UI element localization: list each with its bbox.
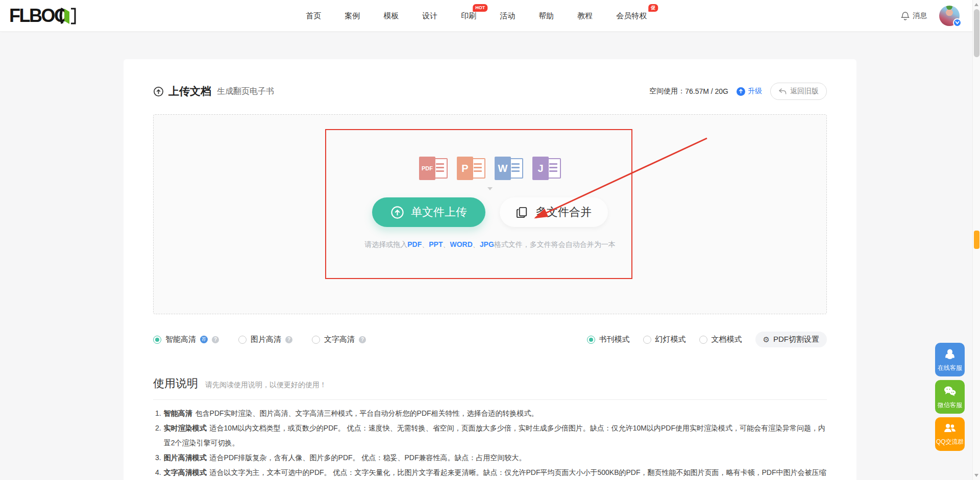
radio-circle[interactable] <box>643 336 651 344</box>
card-header: 上传文档 生成翻页电子书 空间使用：76.57M / 20G 升级 返回旧版 <box>153 59 827 100</box>
mode-radio-1[interactable]: 书刊模式 <box>587 335 630 344</box>
page-subtitle: 生成翻页电子书 <box>217 86 274 97</box>
space-usage-value: 76.57M / 20G <box>685 87 728 95</box>
pdf-split-settings-button[interactable]: ⚙PDF切割设置 <box>755 332 827 347</box>
instruction-number: 1. <box>155 406 161 421</box>
nav-item-8[interactable]: 教程 <box>577 11 593 21</box>
nav-item-7[interactable]: 帮助 <box>538 11 554 21</box>
quality-radio-2[interactable]: 图片高清? <box>238 335 292 344</box>
instruction-item-2: 2.实时渲染模式 适合10M以内文档类型，或页数少的PDF。 优点：速度快、无需… <box>153 421 827 450</box>
space-usage-label: 空间使用： <box>649 87 685 96</box>
space-usage: 空间使用：76.57M / 20G <box>649 87 728 96</box>
instruction-lead: 智能高清 <box>164 409 192 417</box>
question-icon[interactable]: ? <box>212 336 219 343</box>
radio-circle[interactable] <box>238 336 247 344</box>
instruction-text: 智能高清 包含PDF实时渲染、图片高清、文字高清三种模式，平台自动分析您的PDF… <box>164 406 538 421</box>
radio-label: 文档模式 <box>712 335 742 344</box>
radio-circle[interactable] <box>153 336 161 344</box>
wechat-icon <box>943 385 957 399</box>
nav-item-label: 首页 <box>306 11 321 20</box>
question-icon[interactable]: ? <box>359 336 366 343</box>
ppt-file-icon: P <box>457 157 485 180</box>
question-icon[interactable]: ? <box>285 336 292 343</box>
scrollbar-down-arrow-icon[interactable] <box>974 474 978 477</box>
instruction-text: 实时渲染模式 适合10M以内文档类型，或页数少的PDF。 优点：速度快、无需转换… <box>164 421 827 450</box>
multi-merge-button[interactable]: 多文件合并 <box>500 197 608 227</box>
radio-circle[interactable] <box>699 336 707 344</box>
nav-item-1[interactable]: 首页 <box>306 11 321 21</box>
hint-part: 、 <box>443 240 450 248</box>
instruction-item-1: 1.智能高清 包含PDF实时渲染、图片高清、文字高清三种模式，平台自动分析您的P… <box>153 406 827 421</box>
nav-item-label: 教程 <box>577 11 593 20</box>
nav-item-2[interactable]: 案例 <box>345 11 360 21</box>
nav-item-label: 活动 <box>500 11 515 20</box>
upgrade-link[interactable]: 升级 <box>737 87 762 96</box>
float-button-label: 在线客服 <box>938 364 962 372</box>
file-page-lines <box>511 163 520 165</box>
file-letter: W <box>495 157 511 180</box>
float-button-label: QQ交流群 <box>936 438 964 446</box>
radio-circle[interactable] <box>587 336 595 344</box>
instruction-lead: 图片高清模式 <box>164 453 207 462</box>
nav-item-4[interactable]: 设计 <box>422 11 437 21</box>
topbar-right: 消息 <box>901 0 960 32</box>
promo-badge: HOT <box>473 4 487 12</box>
nav-item-label: 模板 <box>383 11 399 20</box>
pdf-file-icon: PDF <box>419 157 448 180</box>
float-button-label: 微信客服 <box>938 401 962 410</box>
scrollbar-thumb[interactable] <box>974 9 979 57</box>
instruction-number: 4. <box>155 465 161 480</box>
instructions-section: 使用说明 请先阅读使用说明，以便更好的使用！ 1.智能高清 包含PDF实时渲染、… <box>153 376 827 480</box>
bell-icon <box>901 11 910 20</box>
mode-radio-2[interactable]: 幻灯模式 <box>643 335 686 344</box>
flbook-logo[interactable]: FLBOO <box>9 6 81 26</box>
nav-item-6[interactable]: 活动 <box>500 11 515 21</box>
instructions-subtitle: 请先阅读使用说明，以便更好的使用！ <box>205 381 327 390</box>
mode-radio-3[interactable]: 文档模式 <box>699 335 742 344</box>
float-button-2[interactable]: 微信客服 <box>935 380 965 414</box>
vip-badge-icon <box>953 18 962 27</box>
radio-label: 智能高清 <box>165 335 196 344</box>
quality-options: 智能高清荐?图片高清?文字高清? <box>153 335 366 344</box>
scrollbar-orange-marker <box>974 231 979 249</box>
instructions-title: 使用说明 <box>153 376 198 391</box>
promo-badge: 促 <box>648 4 658 12</box>
instruction-item-3: 3.图片高清模式 适合PDF排版复杂，含有人像、图片多的PDF。 优点：稳妥、P… <box>153 450 827 465</box>
options-row: 智能高清荐?图片高清?文字高清? 书刊模式幻灯模式文档模式⚙PDF切割设置 <box>153 332 827 347</box>
instruction-number: 3. <box>155 450 161 465</box>
down-triangle-icon <box>487 187 493 190</box>
user-avatar[interactable] <box>939 6 960 26</box>
hint-part: JPG <box>480 240 494 248</box>
nav-item-3[interactable]: 模板 <box>383 11 399 21</box>
nav-item-9[interactable]: 会员特权促 <box>616 11 647 21</box>
group-icon <box>943 422 957 436</box>
word-file-icon: W <box>495 157 523 180</box>
nav-item-5[interactable]: 印刷HOT <box>461 11 476 21</box>
scrollbar-up-arrow-icon[interactable] <box>974 3 978 6</box>
nav-item-label: 帮助 <box>538 11 554 20</box>
upload-hint: 请选择或拖入PDF、PPT、WORD、JPG格式文件，多文件将会自动合并为一本 <box>154 240 826 249</box>
return-old-version-button[interactable]: 返回旧版 <box>770 83 827 100</box>
dropzone-content: PDFPWJ 单文件上传 多文件合并 请选 <box>154 115 826 249</box>
float-button-1[interactable]: 在线客服 <box>935 343 965 376</box>
instruction-lead: 文字高清模式 <box>164 468 207 476</box>
topbar: FLBOO 首页案例模板设计印刷HOT活动帮助教程会员特权促 消息 <box>0 0 980 32</box>
multi-merge-label: 多文件合并 <box>535 205 592 220</box>
pdf-split-label: PDF切割设置 <box>773 335 819 344</box>
jpg-file-icon: J <box>532 157 561 180</box>
radio-circle[interactable] <box>312 336 320 344</box>
float-button-3[interactable]: QQ交流群 <box>935 417 965 451</box>
messages-button[interactable]: 消息 <box>901 11 927 20</box>
upload-dropzone[interactable]: PDFPWJ 单文件上传 多文件合并 请选 <box>153 114 827 314</box>
copy-files-icon <box>516 206 529 219</box>
quality-radio-1[interactable]: 智能高清荐? <box>153 335 219 344</box>
nav-item-label: 案例 <box>345 11 360 20</box>
instruction-text: 文字高清模式 适合以文字为主，文本可选中的PDF。 优点：文字矢量化，比图片文字… <box>164 465 827 480</box>
card-title-group: 上传文档 生成翻页电子书 <box>153 84 274 98</box>
page-scrollbar[interactable] <box>972 0 980 480</box>
file-type-icons: PDFPWJ <box>419 157 561 180</box>
quality-radio-3[interactable]: 文字高清? <box>312 335 366 344</box>
single-upload-button[interactable]: 单文件上传 <box>372 197 485 227</box>
hint-part: 、 <box>422 240 429 248</box>
file-letter: P <box>457 157 473 180</box>
